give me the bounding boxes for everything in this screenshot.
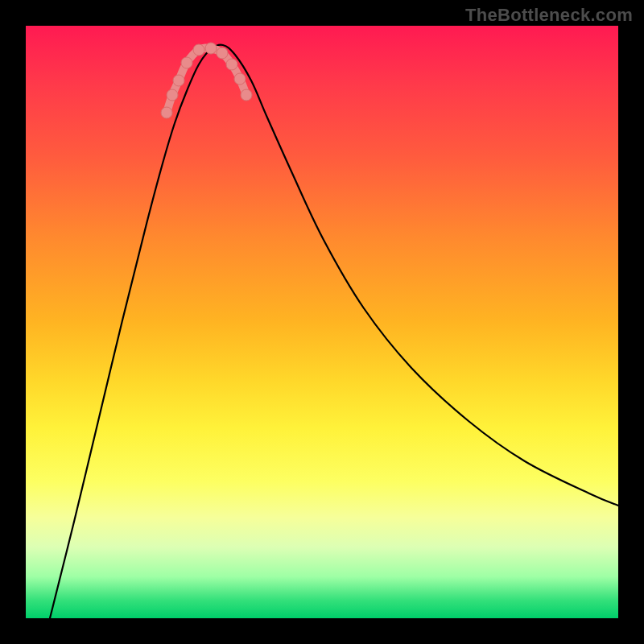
marker-point [161, 107, 172, 118]
marker-point [193, 44, 204, 56]
marker-point [205, 43, 217, 54]
watermark-text: TheBottleneck.com [465, 5, 633, 26]
marker-point [234, 73, 246, 85]
marker-point [167, 89, 178, 101]
bottleneck-curve [50, 45, 618, 618]
marker-point [226, 59, 237, 70]
plot-area [26, 26, 618, 618]
marker-point [217, 47, 228, 59]
chart-frame: TheBottleneck.com [0, 0, 644, 644]
curve-svg [26, 26, 618, 618]
marker-point [241, 89, 252, 101]
marker-point [173, 75, 184, 86]
marker-point [181, 57, 192, 68]
